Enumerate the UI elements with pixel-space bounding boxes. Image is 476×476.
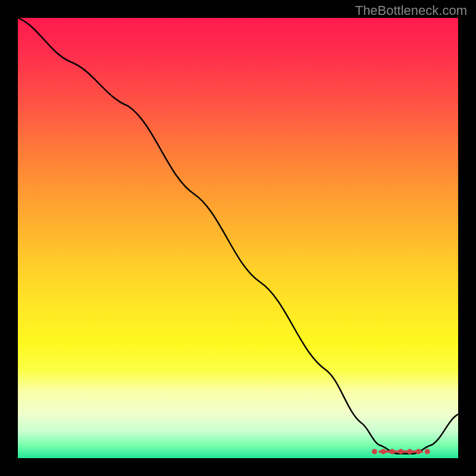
watermark-text: TheBottleneck.com <box>355 3 467 18</box>
marker-dot <box>425 449 430 454</box>
chart-container: TheBottleneck.com <box>0 0 476 476</box>
plot-area <box>18 18 458 458</box>
bottleneck-curve-line <box>18 18 458 454</box>
marker-dot <box>372 449 377 454</box>
marker-dot <box>407 449 412 454</box>
marker-dot <box>381 449 386 454</box>
marker-dot <box>398 449 403 454</box>
marker-dot <box>416 449 421 454</box>
bottleneck-curve-svg <box>18 18 458 458</box>
marker-dot <box>390 449 395 454</box>
